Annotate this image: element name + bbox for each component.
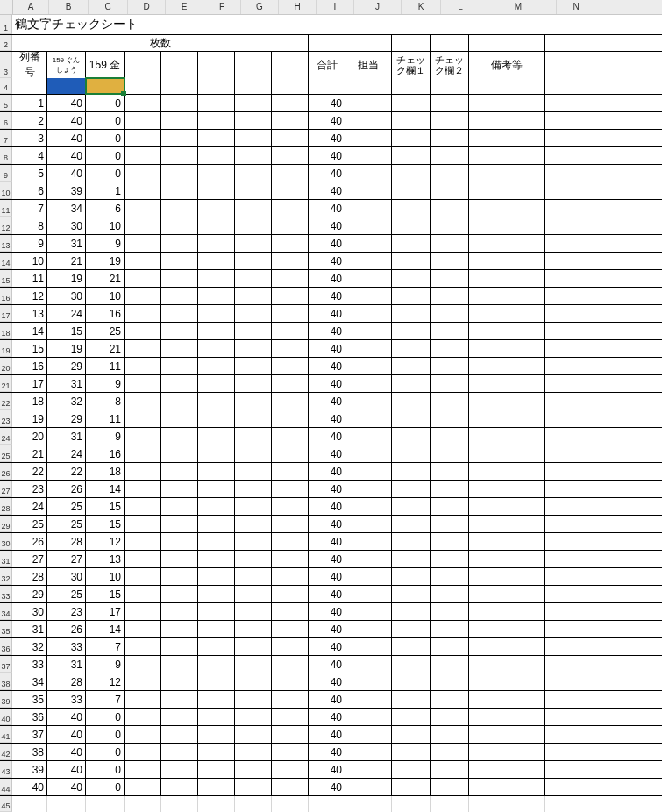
cell-h[interactable] bbox=[272, 288, 309, 304]
cell-e[interactable] bbox=[161, 656, 198, 673]
cell-n-blank[interactable] bbox=[545, 253, 583, 269]
cell-c[interactable]: 14 bbox=[86, 621, 125, 637]
cell-d[interactable] bbox=[125, 305, 161, 322]
cell-chk1[interactable] bbox=[392, 568, 431, 585]
cell-c[interactable]: 16 bbox=[86, 305, 125, 322]
cell-bikou[interactable] bbox=[469, 463, 545, 480]
cell-c[interactable]: 7 bbox=[86, 638, 125, 655]
row-header-19[interactable]: 19 bbox=[0, 340, 12, 357]
cell-c[interactable]: 11 bbox=[86, 410, 125, 427]
cell-n[interactable]: 15 bbox=[12, 340, 47, 357]
cell-chk1[interactable] bbox=[392, 673, 431, 690]
cell-d[interactable] bbox=[125, 340, 161, 357]
cell-e[interactable] bbox=[161, 779, 198, 795]
cell-chk1[interactable] bbox=[392, 498, 431, 515]
cell-b[interactable]: 39 bbox=[47, 182, 86, 199]
cell-tantou[interactable] bbox=[345, 709, 392, 725]
cell-b[interactable]: 29 bbox=[47, 358, 86, 374]
cell-g[interactable] bbox=[235, 305, 272, 322]
cell-bikou[interactable] bbox=[469, 393, 545, 410]
cell-d[interactable] bbox=[125, 95, 161, 111]
cell-g[interactable] bbox=[235, 463, 272, 480]
cell-g[interactable] bbox=[235, 691, 272, 708]
cell-d[interactable] bbox=[125, 147, 161, 164]
h2-I[interactable] bbox=[309, 35, 345, 51]
cell-b[interactable]: 24 bbox=[47, 445, 86, 462]
header-goukei[interactable]: 合計 bbox=[309, 52, 345, 78]
col-header-E[interactable]: E bbox=[166, 0, 203, 14]
cell-sum[interactable]: 40 bbox=[309, 516, 345, 532]
cell-bikou[interactable] bbox=[469, 340, 545, 357]
cell-chk2[interactable] bbox=[431, 340, 469, 357]
row-header-34[interactable]: 34 bbox=[0, 603, 12, 620]
cell-chk2[interactable] bbox=[431, 533, 469, 550]
cell-f[interactable] bbox=[198, 691, 235, 708]
cell-n[interactable]: 24 bbox=[12, 498, 47, 515]
col-header-J[interactable]: J bbox=[354, 0, 402, 14]
cell-bikou[interactable] bbox=[469, 288, 545, 304]
cell-f[interactable] bbox=[198, 586, 235, 602]
cell-sum[interactable]: 40 bbox=[309, 568, 345, 585]
cell-bikou[interactable] bbox=[469, 673, 545, 690]
sheet-title[interactable]: 鶴文字チェックシート bbox=[12, 15, 644, 34]
cell-b[interactable]: 40 bbox=[47, 779, 86, 795]
cell-e[interactable] bbox=[161, 95, 198, 111]
cell-tantou[interactable] bbox=[345, 428, 392, 445]
cell-n-blank[interactable] bbox=[545, 393, 583, 410]
cell-f[interactable] bbox=[198, 410, 235, 427]
cell-tantou[interactable] bbox=[345, 147, 392, 164]
cell-f[interactable] bbox=[198, 95, 235, 111]
h4-F[interactable] bbox=[198, 78, 235, 94]
cell-chk1[interactable] bbox=[392, 182, 431, 199]
row-header-17[interactable]: 17 bbox=[0, 305, 12, 322]
cell-bikou[interactable] bbox=[469, 200, 545, 217]
cell-bikou[interactable] bbox=[469, 358, 545, 374]
cell-n-blank[interactable] bbox=[545, 568, 583, 585]
cell-sum[interactable]: 40 bbox=[309, 235, 345, 252]
cell-chk1[interactable] bbox=[392, 393, 431, 410]
cell-tantou[interactable] bbox=[345, 481, 392, 497]
r45-K[interactable] bbox=[392, 796, 431, 812]
header-chk1-top[interactable] bbox=[392, 35, 431, 51]
cell-tantou[interactable] bbox=[345, 182, 392, 199]
cell-n[interactable]: 16 bbox=[12, 358, 47, 374]
r45-E[interactable] bbox=[161, 796, 198, 812]
row-header-2[interactable]: 2 bbox=[0, 35, 12, 51]
cell-b[interactable]: 23 bbox=[47, 603, 86, 620]
cell-d[interactable] bbox=[125, 253, 161, 269]
cell-sum[interactable]: 40 bbox=[309, 463, 345, 480]
cell-f[interactable] bbox=[198, 779, 235, 795]
cell-e[interactable] bbox=[161, 288, 198, 304]
cell-d[interactable] bbox=[125, 603, 161, 620]
cell-chk2[interactable] bbox=[431, 656, 469, 673]
cell-g[interactable] bbox=[235, 709, 272, 725]
cell-d[interactable] bbox=[125, 130, 161, 146]
cell-b[interactable]: 40 bbox=[47, 95, 86, 111]
row-header-42[interactable]: 42 bbox=[0, 744, 12, 760]
cell-h[interactable] bbox=[272, 673, 309, 690]
cell-c[interactable]: 10 bbox=[86, 217, 125, 234]
cell-chk1[interactable] bbox=[392, 691, 431, 708]
cell-sum[interactable]: 40 bbox=[309, 288, 345, 304]
cell-sum[interactable]: 40 bbox=[309, 691, 345, 708]
cell-tantou[interactable] bbox=[345, 270, 392, 287]
cell-c[interactable]: 25 bbox=[86, 323, 125, 339]
row-header-36[interactable]: 36 bbox=[0, 638, 12, 655]
cell-g[interactable] bbox=[235, 428, 272, 445]
cell-g[interactable] bbox=[235, 323, 272, 339]
cell-sum[interactable]: 40 bbox=[309, 603, 345, 620]
cell-f[interactable] bbox=[198, 638, 235, 655]
cell-bikou[interactable] bbox=[469, 481, 545, 497]
cell-chk1[interactable] bbox=[392, 445, 431, 462]
h3-G[interactable] bbox=[235, 52, 272, 78]
h3-D[interactable] bbox=[125, 52, 161, 78]
cell-chk1[interactable] bbox=[392, 709, 431, 725]
cell-d[interactable] bbox=[125, 445, 161, 462]
row-header-20[interactable]: 20 bbox=[0, 358, 12, 374]
cell-n-blank[interactable] bbox=[545, 217, 583, 234]
cell-n-blank[interactable] bbox=[545, 305, 583, 322]
cell-f[interactable] bbox=[198, 463, 235, 480]
cell-tantou[interactable] bbox=[345, 638, 392, 655]
cell-sum[interactable]: 40 bbox=[309, 779, 345, 795]
cell-f[interactable] bbox=[198, 270, 235, 287]
